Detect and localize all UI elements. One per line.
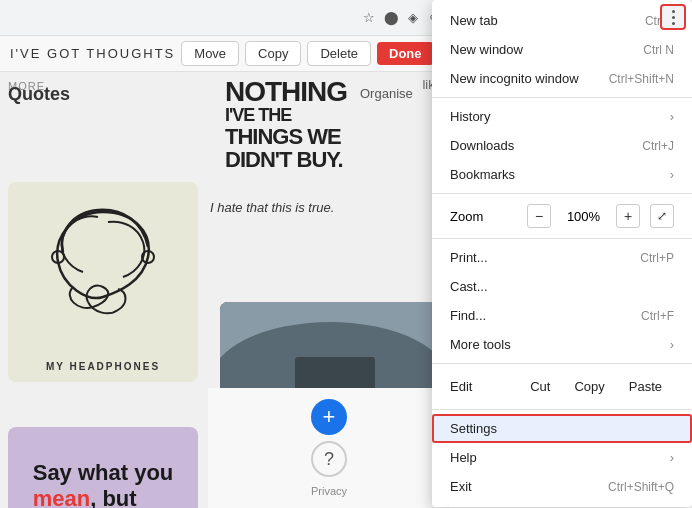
menu-item-help[interactable]: Help › bbox=[432, 443, 692, 472]
headphones-svg bbox=[33, 192, 173, 332]
divider-2 bbox=[432, 193, 692, 194]
dot1 bbox=[672, 10, 675, 13]
headphones-card: MY HEADPHONES bbox=[8, 182, 198, 382]
chrome-dropdown-menu: New tab Ctrl T New window Ctrl N New inc… bbox=[432, 0, 692, 507]
menu-item-history[interactable]: History › bbox=[432, 102, 692, 131]
menu-item-settings[interactable]: Settings bbox=[432, 414, 692, 443]
menu-item-new-tab[interactable]: New tab Ctrl T bbox=[432, 6, 692, 35]
menu-item-find[interactable]: Find... Ctrl+F bbox=[432, 301, 692, 330]
copy-edit-button[interactable]: Copy bbox=[562, 375, 616, 398]
hate-quote: I hate that this is true. bbox=[210, 200, 334, 215]
menu-item-exit[interactable]: Exit Ctrl+Shift+Q bbox=[432, 472, 692, 501]
big-text-overlay: NOTHING I'VE THE THINGS WE DIDN'T BUY. bbox=[225, 77, 347, 171]
copy-button[interactable]: Copy bbox=[245, 41, 301, 66]
help-button[interactable]: ? bbox=[311, 441, 347, 477]
cut-button[interactable]: Cut bbox=[518, 375, 562, 398]
page-content: MORE Quotes Organise MY HEADPHONES NOTHI… bbox=[0, 72, 450, 508]
extension-icon-1[interactable]: ⬤ bbox=[382, 9, 400, 27]
divider-1 bbox=[432, 97, 692, 98]
divider-5 bbox=[432, 409, 692, 410]
zoom-minus-button[interactable]: − bbox=[527, 204, 551, 228]
move-button[interactable]: Move bbox=[181, 41, 239, 66]
organise-button[interactable]: Organise bbox=[360, 84, 413, 102]
nav-title-text: I'VE GOT THOUGHTS bbox=[10, 46, 175, 61]
menu-item-new-window[interactable]: New window Ctrl N bbox=[432, 35, 692, 64]
bottom-right-panel: + ? Privacy bbox=[208, 388, 450, 508]
zoom-row: Zoom − 100% + ⤢ bbox=[432, 198, 692, 234]
done-button[interactable]: Done bbox=[377, 42, 434, 65]
dot2 bbox=[672, 16, 675, 19]
privacy-text: Privacy bbox=[311, 485, 347, 497]
menu-item-downloads[interactable]: Downloads Ctrl+J bbox=[432, 131, 692, 160]
menu-item-more-tools[interactable]: More tools › bbox=[432, 330, 692, 359]
menu-item-print[interactable]: Print... Ctrl+P bbox=[432, 243, 692, 272]
zoom-expand-button[interactable]: ⤢ bbox=[650, 204, 674, 228]
extension-icon-2[interactable]: ◈ bbox=[404, 9, 422, 27]
add-button[interactable]: + bbox=[311, 399, 347, 435]
purple-quote-card: Say what you mean, but don't say bbox=[8, 427, 198, 508]
paste-button[interactable]: Paste bbox=[617, 375, 674, 398]
purple-highlight: mean bbox=[33, 486, 90, 508]
purple-quote-text: Say what you mean, but don't say bbox=[33, 460, 174, 508]
headphones-label: MY HEADPHONES bbox=[46, 361, 160, 372]
menu-item-bookmarks[interactable]: Bookmarks › bbox=[432, 160, 692, 189]
divider-4 bbox=[432, 363, 692, 364]
edit-row: Edit Cut Copy Paste bbox=[432, 368, 692, 405]
menu-item-cast[interactable]: Cast... bbox=[432, 272, 692, 301]
dot3 bbox=[672, 22, 675, 25]
quotes-title: Quotes bbox=[8, 84, 70, 105]
zoom-plus-button[interactable]: + bbox=[616, 204, 640, 228]
star-icon[interactable]: ☆ bbox=[360, 9, 378, 27]
three-dot-menu-button[interactable] bbox=[660, 4, 686, 30]
divider-3 bbox=[432, 238, 692, 239]
delete-button[interactable]: Delete bbox=[307, 41, 371, 66]
menu-item-incognito[interactable]: New incognito window Ctrl+Shift+N bbox=[432, 64, 692, 93]
